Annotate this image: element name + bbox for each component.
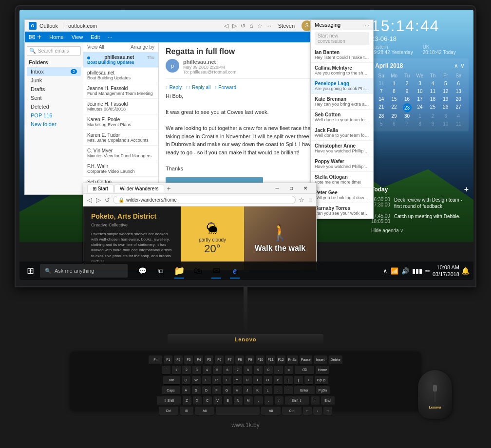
key-minus[interactable]: - xyxy=(274,366,283,374)
calendar-next-arrow[interactable]: ∨ xyxy=(460,62,465,69)
key-ralt[interactable]: Alt xyxy=(261,407,281,415)
key-semicolon[interactable]: ; xyxy=(274,386,283,395)
key-fn[interactable]: Fn xyxy=(149,355,162,364)
cal-day[interactable]: 20 xyxy=(453,95,465,103)
key-lctrl[interactable]: Ctrl xyxy=(159,407,178,415)
key-p[interactable]: P xyxy=(274,376,283,385)
browser-maximize[interactable]: □ xyxy=(284,184,298,193)
key-f12[interactable]: F12 xyxy=(277,355,285,364)
contact-christopher[interactable]: Christopher Anne Have you watched Philli… xyxy=(311,141,373,156)
cal-day[interactable]: 27 xyxy=(453,103,465,112)
folder-item-deleted[interactable]: Deleted xyxy=(27,102,81,111)
cal-day[interactable]: 11 xyxy=(427,88,439,95)
key-rbracket[interactable]: ] xyxy=(294,376,303,385)
key-j[interactable]: J xyxy=(243,386,252,395)
ribbon-tab-edit[interactable]: Edit xyxy=(91,34,100,40)
browser-forward-icon[interactable]: ▷ xyxy=(95,195,102,205)
cal-day[interactable]: 9 xyxy=(427,120,439,128)
new-email-button[interactable]: ✉ + xyxy=(29,33,41,42)
key-k[interactable]: K xyxy=(253,386,262,395)
cal-day[interactable]: 28 xyxy=(375,112,387,120)
key-delete[interactable]: Delete xyxy=(329,355,342,364)
cal-day[interactable]: 8 xyxy=(388,88,400,95)
more-icon[interactable]: ··· xyxy=(266,22,271,29)
cal-day[interactable]: 2 xyxy=(401,80,413,87)
contact-barnaby[interactable]: Barnaby Torres Can you see your work at … xyxy=(311,203,373,219)
key-q[interactable]: Q xyxy=(182,376,190,385)
cal-day[interactable]: 8 xyxy=(414,120,426,128)
key-up-arrow[interactable]: ↑ xyxy=(311,396,320,405)
cal-day[interactable]: 3 xyxy=(414,80,426,87)
cal-day[interactable]: 5 xyxy=(375,120,387,128)
folder-item-new[interactable]: New folder xyxy=(27,120,81,129)
key-home[interactable]: Home xyxy=(316,366,329,374)
key-1[interactable]: 1 xyxy=(172,366,181,374)
back-icon[interactable]: ◁ xyxy=(224,22,228,29)
email-item-6[interactable]: Karen E. Tudor Mrs. Jane Copeland's Acco… xyxy=(83,130,158,146)
key-pgup[interactable]: PgUp xyxy=(315,376,328,385)
key-rshift[interactable]: Shift ⇧ xyxy=(285,396,309,405)
forward-icon[interactable]: ▷ xyxy=(232,22,237,29)
key-7[interactable]: 7 xyxy=(233,366,242,374)
cal-day[interactable]: 29 xyxy=(388,112,400,120)
browser-tab-wilder[interactable]: Wilder Wanderers xyxy=(114,185,164,192)
key-space[interactable] xyxy=(216,407,260,415)
cal-day[interactable]: 31 xyxy=(375,80,387,87)
folder-item-junk[interactable]: Junk xyxy=(27,76,81,85)
key-f10[interactable]: F10 xyxy=(256,355,264,364)
key-insert[interactable]: Insert xyxy=(314,355,327,364)
key-n[interactable]: N xyxy=(234,396,243,405)
key-f11[interactable]: F11 xyxy=(266,355,275,364)
key-x[interactable]: X xyxy=(193,396,202,405)
folder-item-drafts[interactable]: Drafts xyxy=(27,85,81,93)
email-item-4[interactable]: Jeanne H. Fassold Minutes 06/05/2018 xyxy=(83,99,158,114)
notifications-icon[interactable]: 🔔 xyxy=(461,267,470,275)
star-icon[interactable]: ☆ xyxy=(257,22,263,29)
contact-kate[interactable]: Kate Brennan Hey can you bring extra a f… xyxy=(311,94,373,110)
browser-close[interactable]: ✕ xyxy=(299,184,312,193)
key-l[interactable]: L xyxy=(264,386,272,395)
key-0[interactable]: 0 xyxy=(264,366,273,374)
key-f4[interactable]: F4 xyxy=(194,355,203,364)
key-f9[interactable]: F9 xyxy=(246,355,254,364)
ribbon-tab-home[interactable]: Home xyxy=(49,34,63,40)
contact-peter[interactable]: Peter Gee Will you be holding it down... xyxy=(311,187,373,203)
key-a[interactable]: A xyxy=(182,386,190,395)
cal-day[interactable]: 18 xyxy=(427,95,439,103)
key-f1[interactable]: F1 xyxy=(164,355,172,364)
ribbon-more[interactable]: ··· xyxy=(108,34,112,40)
taskbar-cortana-icon[interactable]: 💬 xyxy=(133,262,151,280)
cal-day[interactable]: 5 xyxy=(439,80,452,87)
reply-button[interactable]: ↑ Reply xyxy=(166,85,182,90)
cal-day[interactable]: 13 xyxy=(453,88,465,95)
contact-stella[interactable]: Stella Ottogan Vote me one more time! xyxy=(311,172,373,187)
key-lshift[interactable]: ⇧ Shift xyxy=(157,396,181,405)
cal-day[interactable]: 3 xyxy=(439,112,452,120)
browser-back-icon[interactable]: ◁ xyxy=(86,195,93,205)
key-backslash[interactable]: \ xyxy=(304,376,313,385)
cal-day[interactable]: 21 xyxy=(375,103,387,112)
key-end[interactable]: End xyxy=(321,396,335,405)
outlook-search-box[interactable]: 🔍 Search emails xyxy=(27,46,81,56)
key-e[interactable]: E xyxy=(202,376,211,385)
key-backspace[interactable]: ⌫ xyxy=(295,366,314,374)
bookmark-icon[interactable]: ☆ xyxy=(298,195,305,205)
contact-callina[interactable]: Callina McIntyre Are you coming to the s… xyxy=(311,63,373,78)
key-rctrl[interactable]: Ctrl xyxy=(282,407,302,415)
key-right-arrow[interactable]: → xyxy=(323,407,332,415)
key-f[interactable]: F xyxy=(212,386,221,395)
start-button[interactable]: ⊞ xyxy=(21,262,39,280)
key-lalt[interactable]: Alt xyxy=(195,407,214,415)
key-m[interactable]: M xyxy=(244,396,253,405)
cal-day[interactable]: 4 xyxy=(453,112,465,120)
ribbon-tab-view[interactable]: View xyxy=(72,34,83,40)
key-2[interactable]: 2 xyxy=(182,366,191,374)
email-item-5[interactable]: Karen E. Poole Marketing Event Plans xyxy=(83,114,158,130)
browser-minimize[interactable]: ─ xyxy=(270,184,284,193)
key-5[interactable]: 5 xyxy=(213,366,222,374)
cal-day[interactable]: 26 xyxy=(439,103,452,112)
home-icon[interactable]: ⌂ xyxy=(249,22,253,29)
browser-refresh-icon[interactable]: ↺ xyxy=(104,195,111,205)
key-z[interactable]: Z xyxy=(183,396,191,405)
email-item-2[interactable]: phillesau.net Boat Building Updates xyxy=(83,68,158,83)
